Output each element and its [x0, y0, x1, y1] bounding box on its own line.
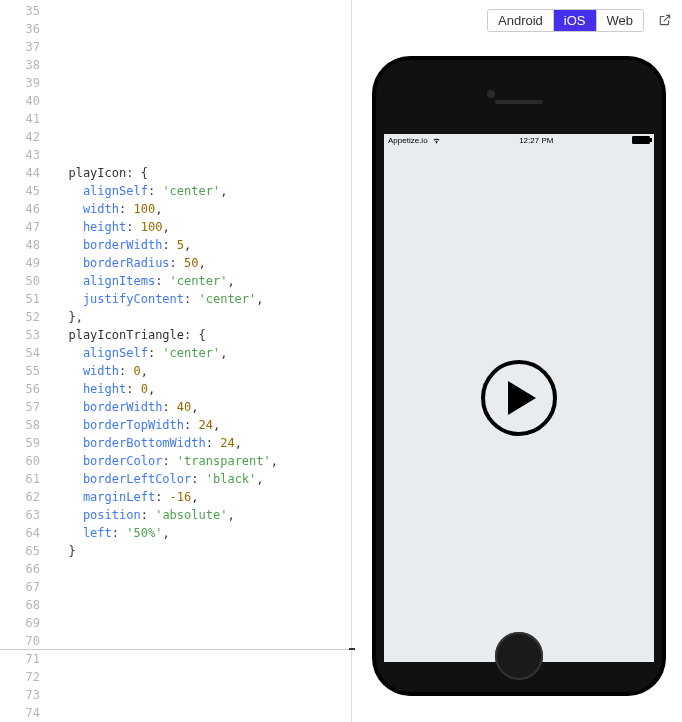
code-line[interactable]: borderColor: 'transparent',	[54, 452, 351, 470]
line-number: 56	[0, 380, 40, 398]
preview-pane: AndroidiOSWeb Appetize.io 12:27 PM	[352, 0, 682, 722]
phone-frame: Appetize.io 12:27 PM	[372, 56, 666, 696]
line-gutter: 3536373839404142434445464748495051525354…	[0, 0, 48, 722]
code-line[interactable]: width: 0,	[54, 362, 351, 380]
code-line[interactable]	[54, 110, 351, 128]
code-line[interactable]	[54, 704, 351, 722]
code-line[interactable]	[54, 38, 351, 56]
status-brand: Appetize.io	[388, 136, 428, 145]
line-number: 37	[0, 38, 40, 56]
code-line[interactable]	[54, 614, 351, 632]
line-number: 74	[0, 704, 40, 722]
line-number: 59	[0, 434, 40, 452]
code-line[interactable]: borderBottomWidth: 24,	[54, 434, 351, 452]
code-line[interactable]	[54, 578, 351, 596]
code-line[interactable]: borderRadius: 50,	[54, 254, 351, 272]
code-line[interactable]	[54, 20, 351, 38]
editor-pane: 3536373839404142434445464748495051525354…	[0, 0, 352, 722]
line-number: 49	[0, 254, 40, 272]
line-number: 73	[0, 686, 40, 704]
code-area[interactable]: playIcon: { alignSelf: 'center', width: …	[48, 0, 351, 722]
line-number: 53	[0, 326, 40, 344]
line-number: 44	[0, 164, 40, 182]
phone-speaker	[495, 100, 543, 104]
code-line[interactable]	[54, 560, 351, 578]
line-number: 70	[0, 632, 40, 650]
code-line[interactable]	[54, 686, 351, 704]
code-line[interactable]: alignSelf: 'center',	[54, 344, 351, 362]
line-number: 60	[0, 452, 40, 470]
line-number: 62	[0, 488, 40, 506]
code-line[interactable]: marginLeft: -16,	[54, 488, 351, 506]
line-number: 40	[0, 92, 40, 110]
code-line[interactable]: left: '50%',	[54, 524, 351, 542]
line-number: 57	[0, 398, 40, 416]
line-number: 71	[0, 650, 40, 668]
line-number: 68	[0, 596, 40, 614]
code-line[interactable]: borderLeftColor: 'black',	[54, 470, 351, 488]
status-bar: Appetize.io 12:27 PM	[384, 134, 654, 146]
line-number: 42	[0, 128, 40, 146]
line-number: 41	[0, 110, 40, 128]
line-number: 63	[0, 506, 40, 524]
play-button[interactable]	[481, 360, 557, 436]
code-line[interactable]: borderTopWidth: 24,	[54, 416, 351, 434]
code-line[interactable]: position: 'absolute',	[54, 506, 351, 524]
line-number: 48	[0, 236, 40, 254]
line-number: 46	[0, 200, 40, 218]
status-time: 12:27 PM	[519, 136, 553, 145]
platform-tab-web[interactable]: Web	[596, 10, 644, 31]
editor-divider	[0, 649, 351, 650]
code-line[interactable]	[54, 650, 351, 668]
code-line[interactable]	[54, 92, 351, 110]
line-number: 47	[0, 218, 40, 236]
code-line[interactable]: alignItems: 'center',	[54, 272, 351, 290]
code-line[interactable]	[54, 596, 351, 614]
phone-body: Appetize.io 12:27 PM	[376, 60, 662, 692]
code-line[interactable]: playIcon: {	[54, 164, 351, 182]
line-number: 38	[0, 56, 40, 74]
line-number: 36	[0, 20, 40, 38]
line-number: 43	[0, 146, 40, 164]
code-line[interactable]	[54, 668, 351, 686]
line-number: 54	[0, 344, 40, 362]
code-line[interactable]: borderWidth: 5,	[54, 236, 351, 254]
code-line[interactable]	[54, 632, 351, 650]
line-number: 72	[0, 668, 40, 686]
line-number: 35	[0, 2, 40, 20]
code-line[interactable]: height: 0,	[54, 380, 351, 398]
line-number: 45	[0, 182, 40, 200]
line-number: 52	[0, 308, 40, 326]
code-line[interactable]	[54, 74, 351, 92]
line-number: 58	[0, 416, 40, 434]
line-number: 61	[0, 470, 40, 488]
code-line[interactable]: justifyContent: 'center',	[54, 290, 351, 308]
code-line[interactable]: height: 100,	[54, 218, 351, 236]
code-line[interactable]: alignSelf: 'center',	[54, 182, 351, 200]
line-number: 69	[0, 614, 40, 632]
play-icon	[508, 381, 536, 415]
code-line[interactable]: width: 100,	[54, 200, 351, 218]
platform-tab-ios[interactable]: iOS	[553, 10, 596, 31]
code-line[interactable]: }	[54, 542, 351, 560]
code-line[interactable]	[54, 56, 351, 74]
line-number: 51	[0, 290, 40, 308]
home-button[interactable]	[495, 632, 543, 680]
code-line[interactable]: playIconTriangle: {	[54, 326, 351, 344]
line-number: 39	[0, 74, 40, 92]
code-line[interactable]	[54, 2, 351, 20]
platform-tab-android[interactable]: Android	[488, 10, 553, 31]
code-line[interactable]	[54, 128, 351, 146]
code-line[interactable]: },	[54, 308, 351, 326]
line-number: 67	[0, 578, 40, 596]
platform-bar: AndroidiOSWeb	[362, 8, 672, 32]
battery-icon	[632, 136, 650, 144]
wifi-icon	[432, 136, 441, 145]
code-line[interactable]	[54, 146, 351, 164]
phone-screen[interactable]: Appetize.io 12:27 PM	[384, 134, 654, 662]
line-number: 55	[0, 362, 40, 380]
line-number: 65	[0, 542, 40, 560]
line-number: 66	[0, 560, 40, 578]
code-line[interactable]: borderWidth: 40,	[54, 398, 351, 416]
popout-icon[interactable]	[658, 13, 672, 27]
